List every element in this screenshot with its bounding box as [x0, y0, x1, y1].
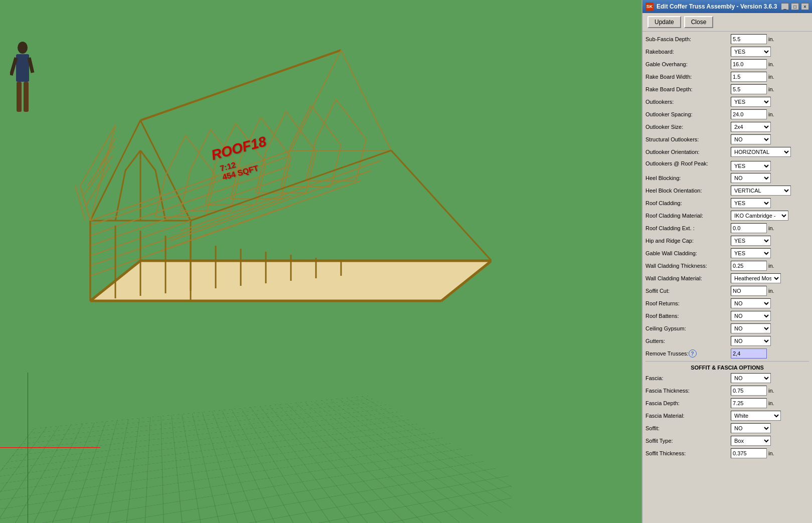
fascia-depth-input[interactable]	[731, 398, 767, 408]
soffit-fascia-section-header: SOFFIT & FASCIA OPTIONS	[645, 361, 809, 373]
gable-wall-cladding-select[interactable]: YESNO	[731, 248, 771, 258]
rake-board-width-label: Rake Board Width:	[645, 73, 731, 80]
wall-cladding-thickness-row: Wall Cladding Thickness: in.	[645, 260, 809, 271]
outlookers-roof-peak-select[interactable]: YESNO	[731, 161, 771, 171]
soffit-cut-input[interactable]	[731, 286, 767, 296]
svg-line-22	[341, 50, 391, 150]
sub-fascia-depth-label: Sub-Fascia Depth:	[645, 36, 731, 43]
gutters-row: Gutters: NOYES	[645, 335, 809, 346]
soffit-thickness-unit: in.	[768, 450, 774, 456]
rake-board-width-input[interactable]	[731, 72, 767, 82]
soffit-thickness-row: Soffit Thickness: in.	[645, 448, 809, 459]
outlooker-spacing-input[interactable]	[731, 109, 767, 119]
title-label: Edit Coffer Truss Assembly - Version 3.6…	[657, 3, 777, 10]
maximize-button[interactable]: □	[791, 3, 799, 10]
ceiling-gypsum-row: Ceiling Gypsum: NOYES	[645, 323, 809, 334]
close-window-button[interactable]: ×	[801, 3, 809, 10]
rake-board-depth-input[interactable]	[731, 84, 767, 94]
titlebar: SK Edit Coffer Truss Assembly - Version …	[642, 0, 812, 13]
heel-blocking-label: Heel Blocking:	[645, 175, 731, 182]
app-icon: SK	[645, 3, 654, 11]
fascia-select[interactable]: NOYES	[731, 373, 771, 383]
svg-line-16	[140, 150, 155, 170]
fascia-depth-label: Fascia Depth:	[645, 400, 731, 407]
soffit-type-label: Soffit Type:	[645, 437, 731, 444]
hip-ridge-cap-select[interactable]: YESNO	[731, 236, 771, 246]
gutters-select[interactable]: NOYES	[731, 336, 771, 346]
roof-battens-select[interactable]: NOYES	[731, 311, 771, 321]
outlookers-roof-peak-label: Outlookers @ Roof Peak:	[645, 160, 731, 167]
roof-cladding-ext-label: Roof Cladding Ext. :	[645, 225, 731, 232]
update-button[interactable]: Update	[647, 16, 681, 28]
remove-trusses-input[interactable]	[731, 348, 767, 359]
fascia-thickness-unit: in.	[768, 388, 774, 394]
wall-cladding-thickness-unit: in.	[768, 263, 774, 269]
roof-returns-select[interactable]: NOYES	[731, 298, 771, 308]
svg-line-30	[191, 129, 211, 169]
heel-blocking-select[interactable]: NOYES	[731, 173, 771, 183]
ceiling-gypsum-select[interactable]: NOYES	[731, 323, 771, 333]
soffit-thickness-input[interactable]	[731, 448, 767, 458]
rake-board-depth-label: Rake Board Depth:	[645, 86, 731, 93]
sub-fascia-depth-input[interactable]	[731, 34, 767, 44]
gable-overhang-row: Gable Overhang: in.	[645, 59, 809, 70]
axis-horizontal	[0, 447, 100, 448]
rake-board-width-unit: in.	[768, 74, 774, 80]
titlebar-text: SK Edit Coffer Truss Assembly - Version …	[645, 3, 777, 11]
fascia-material-row: Fascia Material: White	[645, 410, 809, 421]
viewport-3d: ROOF18 7:12 454 SQFT	[0, 0, 512, 523]
fascia-material-select[interactable]: White	[731, 411, 781, 421]
roof-cladding-material-row: Roof Cladding Material: IKO Cambridge -	[645, 210, 809, 221]
outlookers-select[interactable]: YESNO	[731, 97, 771, 107]
fascia-depth-row: Fascia Depth: in.	[645, 398, 809, 409]
heel-block-orientation-select[interactable]: VERTICALHORIZONTAL	[731, 186, 791, 196]
fascia-row: Fascia: NOYES	[645, 373, 809, 384]
remove-trusses-label: Remove Trusses: ?	[645, 350, 731, 358]
fascia-thickness-input[interactable]	[731, 386, 767, 396]
form-content[interactable]: Sub-Fascia Depth: in. Rakeboard: YESNO G…	[642, 32, 812, 523]
roof-cladding-select[interactable]: YESNO	[731, 198, 771, 208]
wall-cladding-material-select[interactable]: Heathered Moss	[731, 273, 781, 283]
soffit-cut-label: Soffit Cut:	[645, 287, 731, 294]
minimize-button[interactable]: _	[781, 3, 789, 10]
outlooker-size-select[interactable]: 2x42x6	[731, 122, 771, 132]
soffit-cut-unit: in.	[768, 288, 774, 294]
help-icon[interactable]: ?	[689, 350, 697, 358]
svg-line-70	[90, 125, 115, 221]
soffit-select[interactable]: NOYES	[731, 423, 771, 433]
fascia-depth-unit: in.	[768, 400, 774, 406]
roof-returns-label: Roof Returns:	[645, 300, 731, 307]
roof-returns-row: Roof Returns: NOYES	[645, 298, 809, 309]
window-controls: _ □ ×	[780, 3, 809, 10]
svg-rect-1	[16, 54, 29, 82]
rakeboard-label: Rakeboard:	[645, 48, 731, 55]
wall-cladding-material-row: Wall Cladding Material: Heathered Moss	[645, 273, 809, 284]
roof-cladding-ext-input[interactable]	[731, 223, 767, 233]
close-button[interactable]: Close	[684, 16, 714, 28]
hip-ridge-cap-label: Hip and Ridge Cap:	[645, 237, 731, 244]
axis-vertical	[28, 373, 28, 523]
rakeboard-select[interactable]: YESNO	[731, 47, 771, 57]
toolbar: Update Close	[642, 13, 812, 32]
rake-board-width-row: Rake Board Width: in.	[645, 71, 809, 82]
roof-cladding-material-select[interactable]: IKO Cambridge -	[731, 211, 788, 221]
wall-cladding-material-label: Wall Cladding Material:	[645, 275, 731, 282]
structural-outlookers-select[interactable]: NOYES	[731, 134, 771, 144]
gable-overhang-label: Gable Overhang:	[645, 61, 731, 68]
wall-cladding-thickness-input[interactable]	[731, 261, 767, 271]
outlooker-spacing-label: Outlooker Spacing:	[645, 111, 731, 118]
svg-line-71	[86, 165, 110, 206]
gable-overhang-input[interactable]	[731, 59, 767, 69]
roof-cladding-material-label: Roof Cladding Material:	[645, 212, 731, 219]
gable-overhang-unit: in.	[768, 61, 774, 67]
svg-line-3	[29, 58, 33, 73]
soffit-type-select[interactable]: BoxFlat	[731, 436, 771, 446]
outlooker-orientation-select[interactable]: HORIZONTALVERTICAL	[731, 147, 791, 157]
fascia-material-label: Fascia Material:	[645, 412, 731, 419]
roof-cladding-label: Roof Cladding:	[645, 200, 731, 207]
soffit-thickness-label: Soffit Thickness:	[645, 450, 731, 457]
gutters-label: Gutters:	[645, 337, 731, 344]
roof-cladding-ext-row: Roof Cladding Ext. : in.	[645, 223, 809, 234]
svg-line-93	[391, 150, 492, 261]
fascia-label: Fascia:	[645, 375, 731, 382]
